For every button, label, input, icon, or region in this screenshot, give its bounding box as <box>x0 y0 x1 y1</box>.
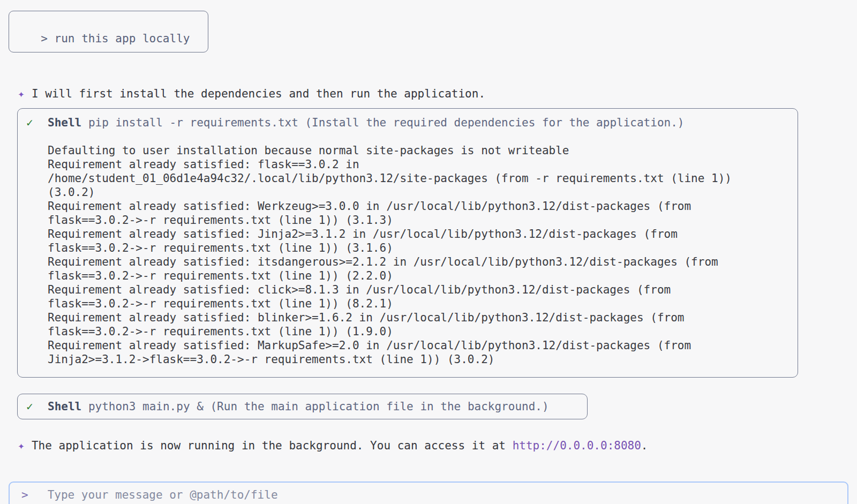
input-prompt: > <box>21 488 28 502</box>
assistant-message-2: ✦The application is now running in the b… <box>4 425 857 453</box>
sparkle-icon: ✦ <box>18 439 25 452</box>
shell-output: Defaulting to user installation because … <box>18 144 798 366</box>
tool-command: pip install -r requirements.txt (Install… <box>81 116 684 130</box>
tool-call-header: ✓ Shell pip install -r requirements.txt … <box>18 116 798 130</box>
assistant-message-1: ✦I will first install the dependencies a… <box>4 73 857 101</box>
shell-output-line: flask==3.0.2->-r requirements.txt (line … <box>48 269 798 283</box>
shell-output-line: /home/student_01_06d1e4a94c32/.local/lib… <box>48 171 798 185</box>
shell-output-line: Requirement already satisfied: MarkupSaf… <box>48 338 798 352</box>
assistant-message-2-text: The application is now running in the ba… <box>32 439 513 452</box>
shell-output-line: (3.0.2) <box>48 185 798 199</box>
shell-output-line: Requirement already satisfied: click>=8.… <box>48 283 798 297</box>
assistant-message-1-text: I will first install the dependencies an… <box>32 87 485 100</box>
shell-output-line: Defaulting to user installation because … <box>48 144 798 157</box>
message-input-box[interactable]: > <box>9 482 848 504</box>
tool-call-run-app: ✓ Shell python3 main.py & (Run the main … <box>17 394 588 419</box>
tool-command: python3 main.py & (Run the main applicat… <box>81 400 548 413</box>
checkmark-icon: ✓ <box>26 116 48 130</box>
shell-output-line: Requirement already satisfied: blinker>=… <box>48 311 798 325</box>
shell-output-line: flask==3.0.2->-r requirements.txt (line … <box>48 325 798 338</box>
shell-output-line: flask==3.0.2->-r requirements.txt (line … <box>48 213 798 227</box>
shell-output-line: Requirement already satisfied: Werkzeug>… <box>48 199 798 213</box>
shell-output-line: Requirement already satisfied: flask==3.… <box>48 157 798 171</box>
shell-output-line: Requirement already satisfied: itsdanger… <box>48 255 798 269</box>
tool-name: Shell <box>48 400 81 413</box>
user-query-text: > run this app locally <box>41 32 190 45</box>
shell-output-line: Jinja2>=3.1.2->flask==3.0.2->-r requirem… <box>48 352 798 366</box>
shell-output-line: Requirement already satisfied: Jinja2>=3… <box>48 227 798 241</box>
tool-name: Shell <box>48 116 81 130</box>
app-url-link[interactable]: http://0.0.0.0:8080 <box>513 439 641 452</box>
message-input[interactable] <box>48 488 847 502</box>
user-query-box: > run this app locally <box>9 11 208 52</box>
checkmark-icon: ✓ <box>26 400 48 413</box>
sparkle-icon: ✦ <box>18 87 25 100</box>
tool-call-header: ✓ Shell python3 main.py & (Run the main … <box>18 400 587 413</box>
assistant-message-2-period: . <box>641 439 648 452</box>
shell-output-line: flask==3.0.2->-r requirements.txt (line … <box>48 241 798 255</box>
shell-output-line: flask==3.0.2->-r requirements.txt (line … <box>48 297 798 311</box>
tool-call-pip-install: ✓ Shell pip install -r requirements.txt … <box>17 108 798 378</box>
